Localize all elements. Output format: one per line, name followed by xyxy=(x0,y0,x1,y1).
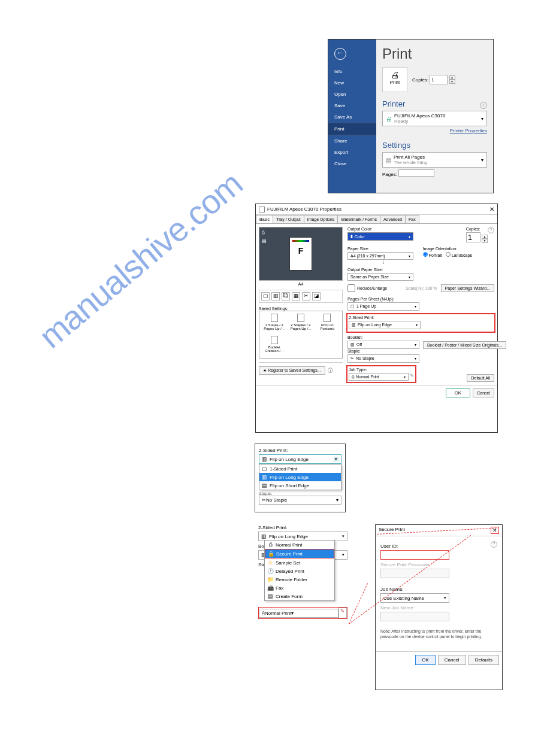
help-icon[interactable]: ? xyxy=(491,541,497,548)
sidebar-item-info[interactable]: Info xyxy=(328,66,376,77)
output-paper-dropdown[interactable]: Same as Paper Size ▾ xyxy=(347,273,413,281)
saved-item[interactable]: 1 Staple / 2 Pages Up / .. xyxy=(262,314,286,334)
twosided-dropdown[interactable]: ▥ Flip on Long Edge ▾ xyxy=(349,321,421,329)
staple-dropdown[interactable]: ✂ No Staple ▾ xyxy=(259,496,341,505)
copies-up[interactable]: ▲ xyxy=(449,75,455,80)
flip-icon: ▥ xyxy=(262,474,267,480)
jobtype-dropdown[interactable]: ⎙ Normal Print ▾ xyxy=(349,373,409,381)
tool-copy-icon[interactable]: ⿻ xyxy=(282,292,290,300)
sidebar-item-export[interactable]: Export xyxy=(328,147,376,158)
register-saved-button[interactable]: ★ Register to Saved Settings... xyxy=(259,366,325,375)
folder-icon: 📁 xyxy=(267,576,273,582)
passcode-label: Secure Print Passcode: xyxy=(380,562,497,567)
info-icon[interactable]: i xyxy=(480,102,487,109)
tab-image[interactable]: Image Options xyxy=(304,215,338,223)
copies-input[interactable] xyxy=(466,232,480,242)
staple-icon: ✂ xyxy=(262,497,266,503)
doc-icon xyxy=(271,336,278,344)
ok-button[interactable]: OK xyxy=(446,388,471,397)
tab-advanced[interactable]: Advanced xyxy=(380,215,406,223)
cancel-button[interactable]: Cancel xyxy=(473,388,494,397)
option-sample-set[interactable]: ⚠Sample Set xyxy=(265,558,334,567)
newjob-input[interactable] xyxy=(380,612,449,621)
jobname-dropdown[interactable]: Use Existing Name ▾ xyxy=(380,593,449,603)
booklet-dropdown[interactable]: ▥ Off ▾ xyxy=(347,341,419,349)
help-icon[interactable]: ? xyxy=(488,227,494,233)
print-preview: ⎙ ▤ F xyxy=(259,227,343,281)
page-icon: ▢ xyxy=(350,304,355,309)
jobtype-select[interactable]: ⎙ Normal Print ▾ xyxy=(259,609,338,618)
print-all-pages-dropdown[interactable]: ▤ Print All Pages The whole thing ▾ xyxy=(382,152,487,168)
chevron-down-icon: ▾ xyxy=(409,235,410,239)
option-delayed-print[interactable]: 🕐Delayed Print xyxy=(265,567,334,575)
doc-icon xyxy=(271,314,278,322)
sidebar-item-share[interactable]: Share xyxy=(328,135,376,147)
pages-per-sheet-dropdown[interactable]: ▢ 1 Page Up ▾ xyxy=(347,302,419,311)
titlebar: FUJIFILM Apeos C3070 Properties ✕ xyxy=(256,204,497,215)
sidebar-item-print[interactable]: Print xyxy=(328,123,376,135)
option-fax[interactable]: 📠Fax xyxy=(265,584,334,592)
booklet-wizard-button[interactable]: Booklet / Poster / Mixed Size Originals.… xyxy=(423,341,506,349)
close-button[interactable]: ✕ xyxy=(489,206,494,212)
word-sidebar: Info New Open Save Save As Print Share E… xyxy=(328,40,376,193)
staple-label: Staple: xyxy=(259,491,341,496)
staple-dropdown[interactable]: ✂ No Staple ▾ xyxy=(347,354,419,363)
option-normal-print[interactable]: ⎙Normal Print xyxy=(265,541,334,549)
reduce-enlarge-checkbox[interactable] xyxy=(347,284,355,292)
copies-input[interactable] xyxy=(430,75,448,84)
tab-tray[interactable]: Tray / Output xyxy=(273,215,304,223)
option-remote-folder[interactable]: 📁Remote Folder xyxy=(265,575,334,584)
option-create-form[interactable]: ▤Create Form xyxy=(265,592,334,600)
sidebar-item-save[interactable]: Save xyxy=(328,100,376,111)
saved-item[interactable]: 2 Staples / 2 Pages Up / .. xyxy=(288,314,313,334)
edit-pencil-icon[interactable]: ✎ xyxy=(410,373,414,381)
option-secure-print[interactable]: 🔒Secure Print xyxy=(265,549,334,558)
tool-layout-icon[interactable]: ▦ xyxy=(292,292,300,300)
tab-basic[interactable]: Basic xyxy=(256,215,273,223)
arrow-down-icon: ↓ xyxy=(347,259,419,265)
jobtype-row-highlight: ⎙ Normal Print ▾ ✎ xyxy=(258,607,347,619)
chevron-down-icon: ▾ xyxy=(342,552,344,557)
tool-page-icon[interactable]: ▢ xyxy=(261,292,270,300)
sidebar-item-open[interactable]: Open xyxy=(328,89,376,100)
ok-button[interactable]: OK xyxy=(415,655,436,665)
print-button[interactable]: Print xyxy=(382,67,407,92)
saved-item[interactable]: Print on Postcard xyxy=(315,314,340,334)
chevron-down-icon: ▾ xyxy=(336,497,338,503)
copies-up[interactable]: ▲ xyxy=(482,235,488,239)
copies-label: Copies: xyxy=(466,227,488,231)
printer-dropdown[interactable]: 🖨 FUJIFILM Apeos C3070 Ready ▾ xyxy=(382,111,487,126)
sidebar-item-new[interactable]: New xyxy=(328,77,376,89)
output-color-dropdown[interactable]: ▮ Color ▾ xyxy=(347,232,413,241)
option-flip-short[interactable]: ▤Flip on Short Edge xyxy=(259,481,341,490)
cancel-button[interactable]: Cancel xyxy=(438,655,466,665)
info-icon[interactable]: ⓘ xyxy=(328,367,333,375)
chevron-down-icon: ▾ xyxy=(415,356,416,360)
back-button[interactable] xyxy=(334,48,346,60)
tool-book-icon[interactable]: ▥ xyxy=(271,292,280,300)
portrait-radio[interactable]: Portrait xyxy=(423,252,443,257)
option-1sided[interactable]: ▢1-Sided Print xyxy=(259,464,341,473)
sidebar-item-saveas[interactable]: Save As xyxy=(328,111,376,123)
landscape-radio[interactable]: Landscape xyxy=(446,252,472,257)
sidebar-item-close[interactable]: Close xyxy=(328,158,376,169)
copies-down[interactable]: ▼ xyxy=(449,80,455,84)
edit-pencil-button[interactable]: ✎ xyxy=(338,608,347,618)
default-all-button[interactable]: Default All xyxy=(467,374,494,382)
clock-icon: 🕐 xyxy=(267,568,273,574)
tool-cut-icon[interactable]: ✂ xyxy=(302,292,310,300)
tool-color-icon[interactable]: ◪ xyxy=(312,292,321,300)
printer-properties-link[interactable]: Printer Properties xyxy=(382,128,487,133)
twosided-select[interactable]: ▥ Flip on Long Edge ▾ xyxy=(259,454,341,464)
passcode-input[interactable] xyxy=(380,569,449,578)
pages-input[interactable] xyxy=(398,169,434,177)
defaults-button[interactable]: Defaults xyxy=(468,655,499,665)
paper-settings-wizard-button[interactable]: Paper Settings Wizard... xyxy=(441,284,494,292)
jobtype-option-list: ⎙Normal Print 🔒Secure Print ⚠Sample Set … xyxy=(264,540,335,601)
newjob-label: New Job Name: xyxy=(380,605,497,611)
saved-item[interactable]: Booklet Creation / .. xyxy=(262,336,286,356)
tab-fax[interactable]: Fax xyxy=(405,215,419,223)
option-flip-long[interactable]: ▥Flip on Long Edge xyxy=(259,473,341,481)
copies-down[interactable]: ▼ xyxy=(482,239,488,243)
tab-watermark[interactable]: Watermark / Forms xyxy=(337,215,380,223)
